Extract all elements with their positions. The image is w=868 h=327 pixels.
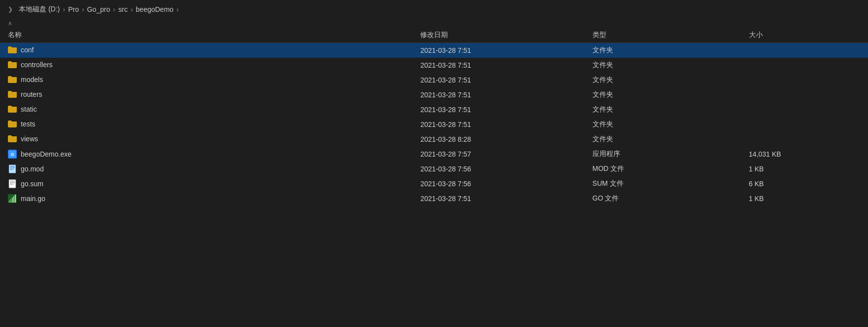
svg-rect-13: [10, 199, 11, 203]
svg-rect-6: [10, 169, 13, 170]
table-row[interactable]: go.mod2021-03-28 7:56MOD 文件1 KB: [0, 162, 868, 176]
table-row[interactable]: static2021-03-28 7:51文件夹: [0, 102, 868, 117]
cell-type: 文件夹: [587, 43, 743, 58]
folder-icon: [8, 91, 17, 98]
col-name[interactable]: 名称: [0, 28, 414, 43]
separator-2: ›: [82, 5, 84, 13]
cell-type: 应用程序: [587, 147, 743, 162]
separator-1: ›: [63, 5, 65, 13]
file-table: 名称 修改日期 类型 大小 conf2021-03-28 7:51文件夹cont…: [0, 28, 868, 206]
cell-name: main.go: [0, 191, 414, 206]
cell-name: views: [0, 132, 414, 146]
separator-4: ›: [130, 5, 133, 13]
table-row[interactable]: controllers2021-03-28 7:51文件夹: [0, 58, 868, 73]
cell-name: ⚙ beegoDemo.exe: [0, 147, 414, 162]
cell-name: models: [0, 73, 414, 86]
cell-name: tests: [0, 117, 414, 131]
cell-modified: 2021-03-28 7:51: [414, 87, 586, 102]
svg-rect-8: [10, 181, 15, 182]
folder-icon: [8, 76, 17, 83]
svg-rect-16: [15, 195, 16, 203]
cell-size: [743, 102, 868, 117]
cell-name: routers: [0, 87, 414, 101]
table-row[interactable]: go.sum2021-03-28 7:56SUM 文件6 KB: [0, 176, 868, 191]
file-name: main.go: [21, 195, 45, 203]
col-size[interactable]: 大小: [743, 28, 868, 43]
breadcrumb-disk[interactable]: 本地磁盘 (D:): [19, 5, 60, 14]
cell-modified: 2021-03-28 7:51: [414, 73, 586, 87]
file-name: go.sum: [21, 180, 43, 188]
nav-arrow[interactable]: ❯: [8, 6, 13, 13]
svg-text:⚙: ⚙: [10, 152, 14, 157]
cell-type: 文件夹: [587, 73, 743, 87]
folder-icon: [8, 121, 17, 127]
table-row[interactable]: routers2021-03-28 7:51文件夹: [0, 87, 868, 102]
mod-icon: [8, 164, 17, 173]
cell-size: 14,031 KB: [743, 147, 868, 162]
breadcrumb-beegodemo[interactable]: beegoDemo: [136, 5, 173, 13]
cell-name: static: [0, 102, 414, 116]
file-name: controllers: [21, 61, 53, 69]
svg-rect-14: [12, 198, 13, 203]
file-name: go.mod: [21, 165, 44, 173]
breadcrumb-bar: ❯ 本地磁盘 (D:) › Pro › Go_pro › src › beego…: [0, 0, 868, 19]
file-name: models: [21, 76, 43, 83]
collapse-row: ∧: [0, 19, 868, 28]
table-row[interactable]: views2021-03-28 8:28文件夹: [0, 132, 868, 147]
sum-icon: [8, 179, 17, 188]
folder-icon: [8, 46, 17, 53]
cell-size: 1 KB: [743, 162, 868, 176]
cell-modified: 2021-03-28 8:28: [414, 132, 586, 147]
folder-icon: [8, 135, 17, 142]
cell-name: controllers: [0, 58, 414, 72]
cell-modified: 2021-03-28 7:56: [414, 162, 586, 176]
cell-size: [743, 132, 868, 147]
folder-icon: [8, 61, 17, 68]
table-row[interactable]: models2021-03-28 7:51文件夹: [0, 73, 868, 87]
exe-icon: ⚙: [8, 150, 17, 159]
separator-5: ›: [176, 5, 179, 13]
cell-modified: 2021-03-28 7:51: [414, 58, 586, 73]
table-row[interactable]: conf2021-03-28 7:51文件夹: [0, 43, 868, 58]
table-row[interactable]: ⚙ beegoDemo.exe2021-03-28 7:57应用程序14,031…: [0, 147, 868, 162]
cell-size: [743, 43, 868, 58]
cell-size: [743, 73, 868, 87]
file-name: routers: [21, 90, 42, 98]
cell-size: 6 KB: [743, 176, 868, 191]
svg-rect-15: [13, 196, 14, 203]
file-name: beegoDemo.exe: [21, 150, 72, 158]
breadcrumb-src[interactable]: src: [118, 5, 128, 13]
folder-icon: [8, 106, 17, 113]
table-row[interactable]: main.go2021-03-28 7:51GO 文件1 KB: [0, 191, 868, 206]
table-header-row: 名称 修改日期 类型 大小: [0, 28, 868, 43]
breadcrumb-pro[interactable]: Pro: [68, 5, 79, 13]
cell-type: 文件夹: [587, 102, 743, 117]
cell-size: [743, 117, 868, 132]
breadcrumb-gopro[interactable]: Go_pro: [87, 5, 110, 13]
col-modified[interactable]: 修改日期: [414, 28, 586, 43]
cell-name: go.mod: [0, 162, 414, 176]
cell-type: 文件夹: [587, 132, 743, 147]
cell-type: MOD 文件: [587, 162, 743, 176]
cell-type: 文件夹: [587, 58, 743, 73]
cell-type: 文件夹: [587, 87, 743, 102]
cell-modified: 2021-03-28 7:56: [414, 176, 586, 191]
cell-type: SUM 文件: [587, 176, 743, 191]
cell-name: go.sum: [0, 176, 414, 191]
cell-size: 1 KB: [743, 191, 868, 206]
file-name: views: [21, 135, 38, 143]
svg-rect-4: [10, 166, 15, 167]
cell-modified: 2021-03-28 7:51: [414, 102, 586, 117]
file-name: static: [21, 105, 37, 113]
cell-modified: 2021-03-28 7:51: [414, 117, 586, 132]
table-row[interactable]: tests2021-03-28 7:51文件夹: [0, 117, 868, 132]
svg-rect-10: [10, 184, 13, 185]
cell-modified: 2021-03-28 7:51: [414, 43, 586, 58]
svg-rect-12: [9, 201, 10, 203]
col-type[interactable]: 类型: [587, 28, 743, 43]
go-icon: [8, 194, 17, 203]
file-name: tests: [21, 120, 36, 128]
cell-name: conf: [0, 43, 414, 57]
collapse-button[interactable]: ∧: [8, 20, 12, 27]
cell-modified: 2021-03-28 7:51: [414, 191, 586, 206]
